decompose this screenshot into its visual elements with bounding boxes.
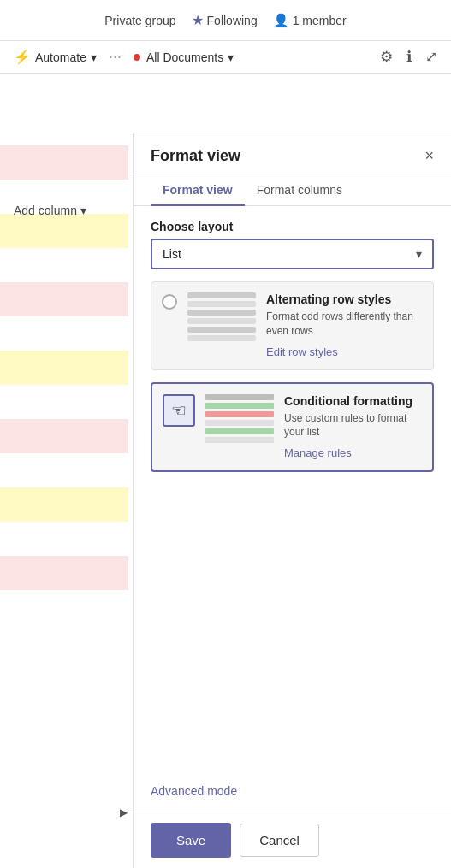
person-icon: 👤 xyxy=(273,13,289,28)
save-button[interactable]: Save xyxy=(151,823,231,858)
format-view-panel: Format view × Format view Format columns… xyxy=(133,133,451,868)
members-label: 1 member xyxy=(293,14,347,27)
layout-chevron: ▾ xyxy=(416,247,422,261)
info-icon[interactable]: ℹ xyxy=(406,48,412,66)
tab-format-view[interactable]: Format view xyxy=(151,174,245,205)
add-column-label: Add column xyxy=(14,204,77,217)
panel-header: Format view × xyxy=(134,133,451,174)
automate-chevron: ▾ xyxy=(91,50,97,64)
bg-row-2 xyxy=(0,145,128,180)
bg-row-14 xyxy=(0,556,128,590)
bg-row-9 xyxy=(0,385,128,419)
conditional-thumb xyxy=(205,394,274,446)
bg-row-15 xyxy=(0,590,128,624)
all-documents-button[interactable]: All Documents ▾ xyxy=(134,50,234,64)
selected-hand-box: ☜ xyxy=(163,394,195,427)
following-section[interactable]: ★ Following xyxy=(192,12,258,28)
close-button[interactable]: × xyxy=(424,147,434,165)
expand-icon[interactable]: ⤢ xyxy=(425,48,437,66)
layout-dropdown[interactable]: List ▾ xyxy=(151,239,434,269)
bg-row-7 xyxy=(0,316,128,351)
choose-layout-label: Choose layout xyxy=(151,220,434,233)
all-documents-label: All Documents xyxy=(146,50,223,64)
panel-footer: Save Cancel xyxy=(134,812,451,868)
following-label: Following xyxy=(207,14,258,27)
panel-tabs: Format view Format columns xyxy=(134,174,451,206)
bg-row-13 xyxy=(0,522,128,556)
choose-layout-section: Choose layout List ▾ xyxy=(151,220,434,269)
bg-row-10 xyxy=(0,419,128,453)
advanced-mode-link[interactable]: Advanced mode xyxy=(151,776,434,798)
bg-row-11 xyxy=(0,453,128,487)
private-group-label: Private group xyxy=(104,14,175,27)
conditional-desc: Use custom rules to format your list xyxy=(284,411,422,440)
conditional-info: Conditional formatting Use custom rules … xyxy=(284,394,422,461)
red-dot-icon xyxy=(134,54,140,61)
toolbar-right: ⚙ ℹ ⤢ xyxy=(380,48,437,66)
automate-button[interactable]: ⚡ Automate ▾ xyxy=(14,49,97,65)
bg-row-8 xyxy=(0,351,128,385)
alternating-row-card[interactable]: Alternating row styles Format odd rows d… xyxy=(151,281,434,370)
alternating-thumb xyxy=(187,292,256,344)
tab-format-columns[interactable]: Format columns xyxy=(245,174,354,205)
automate-label: Automate xyxy=(35,50,86,64)
radio-alternating[interactable] xyxy=(162,294,177,310)
members-section: 👤 1 member xyxy=(273,13,347,28)
filter-icon[interactable]: ⚙ xyxy=(380,48,393,66)
scroll-arrow: ▶ xyxy=(120,806,128,818)
edit-row-styles-link[interactable]: Edit row styles xyxy=(266,345,338,358)
bg-row-12 xyxy=(0,487,128,522)
toolbar: ⚡ Automate ▾ ··· All Documents ▾ ⚙ ℹ ⤢ xyxy=(0,41,451,74)
conditional-title: Conditional formatting xyxy=(284,394,422,408)
panel-body: Choose layout List ▾ Alternating row sty… xyxy=(134,206,451,812)
bg-row-6 xyxy=(0,282,128,316)
conditional-formatting-card[interactable]: ☜ Conditional formatting Use custom rule… xyxy=(151,382,434,473)
manage-rules-link[interactable]: Manage rules xyxy=(284,446,352,459)
layout-value: List xyxy=(163,247,181,261)
toolbar-separator-1: ··· xyxy=(109,48,122,66)
top-bar: Private group ★ Following 👤 1 member xyxy=(0,0,451,41)
background-columns xyxy=(0,111,128,868)
bg-row-1 xyxy=(0,111,128,145)
cancel-button[interactable]: Cancel xyxy=(240,824,319,857)
alternating-title: Alternating row styles xyxy=(266,292,423,306)
alternating-desc: Format odd rows differently than even ro… xyxy=(266,310,423,339)
hand-icon: ☜ xyxy=(171,400,187,421)
lightning-icon: ⚡ xyxy=(14,49,31,65)
bg-row-5 xyxy=(0,248,128,282)
alternating-info: Alternating row styles Format odd rows d… xyxy=(266,292,423,359)
add-column-bar[interactable]: Add column ▾ xyxy=(0,197,128,224)
panel-title: Format view xyxy=(151,147,240,165)
all-docs-chevron: ▾ xyxy=(228,50,234,64)
add-column-chevron: ▾ xyxy=(80,204,86,217)
star-icon: ★ xyxy=(192,12,204,28)
